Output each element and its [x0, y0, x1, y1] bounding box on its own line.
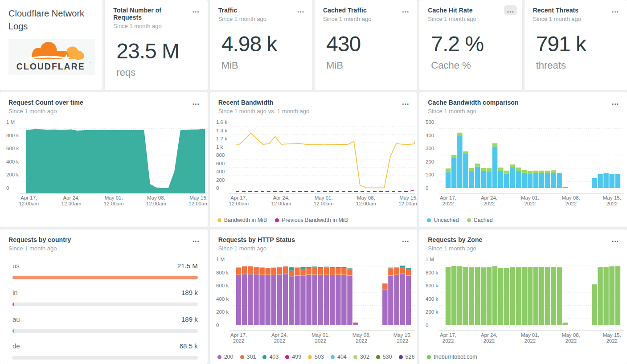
country-row[interactable]: au189 k [12, 315, 198, 333]
panel-menu-button[interactable]: … [189, 5, 202, 15]
svg-text:Apr 17,: Apr 17, [230, 332, 247, 338]
panel-title: Request Count over time [8, 99, 190, 106]
legend-dot-icon [217, 355, 221, 359]
legend-item[interactable]: Previous Bandwidth in MiB [275, 217, 348, 223]
panel-menu-button[interactable]: … [189, 235, 202, 245]
legend-item[interactable]: Bandwidth in MiB [217, 217, 267, 223]
country-code: au [12, 315, 20, 323]
svg-text:2022: 2022 [525, 338, 536, 344]
svg-text:May 15,: May 15, [603, 195, 621, 200]
panel-menu-button[interactable]: … [399, 235, 412, 245]
legend-item[interactable]: 301 [240, 354, 256, 360]
svg-text:May 15,: May 15, [399, 195, 417, 200]
legend-dot-icon [427, 218, 431, 222]
svg-text:100: 100 [426, 172, 434, 177]
svg-text:600 k: 600 k [426, 283, 438, 288]
svg-text:1 M: 1 M [216, 257, 225, 262]
svg-text:0: 0 [6, 185, 9, 191]
svg-text:Apr 17,: Apr 17, [440, 195, 456, 200]
panel-menu-button[interactable]: … [609, 235, 622, 245]
legend-item[interactable]: 503 [308, 354, 324, 360]
legend-item[interactable]: 403 [262, 354, 279, 360]
svg-text:2022: 2022 [484, 338, 495, 344]
legend-dot-icon [427, 355, 431, 359]
legend-dot-icon [331, 355, 335, 359]
panel-subtitle: Since 1 month ago [218, 245, 400, 252]
legend-item[interactable]: 530 [376, 354, 392, 360]
svg-text:1 M: 1 M [6, 119, 15, 125]
svg-text:May 08,: May 08, [352, 332, 370, 338]
cache-bandwidth-chart[interactable]: 5004003002001000Apr 17,2022Apr 24,2022Ma… [419, 118, 626, 209]
recent-bandwidth-chart[interactable]: 1.6 k1.4 k1.2 k1 k8006004002000Apr 17,12… [210, 118, 417, 209]
panel-subtitle: Since 1 month ago [533, 16, 609, 22]
svg-text:Apr 17,: Apr 17, [20, 195, 37, 200]
svg-text:12:00am: 12:00am [189, 201, 207, 206]
legend-label: 526 [406, 354, 415, 360]
legend-item[interactable]: 302 [353, 354, 369, 360]
legend-label: Uncached [434, 217, 459, 223]
legend-item[interactable]: 499 [285, 354, 301, 360]
panel-cache-hit-rate: Cache Hit Rate Since 1 month ago … 7.2 %… [419, 0, 522, 90]
country-bar-track [12, 276, 198, 279]
kpi-unit: MiB [326, 60, 413, 71]
dashboard: Cloudflare Network Logs CLOUDFLARE ' [0, 0, 627, 364]
svg-text:2022: 2022 [315, 338, 326, 344]
panel-requests-by-http-status: Requests by HTTP Status Since 1 month ag… [210, 229, 418, 364]
legend-dot-icon [262, 355, 266, 359]
country-value: 189 k [181, 289, 198, 296]
legend-item[interactable]: theburritobot.com [427, 354, 477, 360]
svg-text:400 k: 400 k [426, 296, 438, 302]
http-status-chart[interactable]: 1 M800 k600 k400 k200 k0Apr 17,2022Apr 2… [210, 255, 417, 346]
panel-menu-button[interactable]: … [399, 5, 412, 15]
panel-title: Total Number of Requests [113, 7, 189, 21]
svg-text:0: 0 [426, 323, 428, 328]
legend-item[interactable]: 404 [331, 354, 347, 360]
panel-menu-button[interactable]: … [189, 98, 202, 107]
svg-text:May 01,: May 01, [105, 195, 123, 200]
kpi-unit: threats [536, 60, 623, 71]
svg-text:May 15,: May 15, [189, 195, 207, 200]
panel-menu-button[interactable]: … [609, 98, 622, 107]
panel-requests-by-country: Requests by country Since 1 month ago … … [0, 229, 208, 364]
panel-title: Recent Bandwidth [218, 99, 400, 106]
svg-text:600 k: 600 k [6, 146, 19, 151]
legend-item[interactable]: Uncached [427, 217, 459, 223]
legend-item[interactable]: 200 [217, 354, 234, 360]
country-row[interactable]: de68.5 k [12, 342, 198, 360]
panel-recent-bandwidth: Recent Bandwidth Since 1 month ago vs. 1… [210, 92, 418, 227]
svg-text:800 k: 800 k [216, 270, 229, 275]
legend-label: 503 [315, 354, 324, 360]
panel-menu-button[interactable]: … [504, 5, 517, 15]
panel-menu-button[interactable]: … [399, 98, 412, 107]
svg-text:Apr 17,: Apr 17, [230, 195, 247, 200]
svg-text:2022: 2022 [525, 201, 536, 206]
country-bar [12, 303, 14, 306]
country-value: 21.5 M [177, 262, 198, 270]
svg-text:May 08,: May 08, [357, 195, 375, 200]
request-count-chart[interactable]: 1 M800 k600 k400 k200 k0Apr 17,12:00amAp… [0, 118, 207, 209]
legend-item[interactable]: Cached [467, 217, 493, 223]
country-row[interactable]: us21.5 M [12, 262, 198, 279]
legend-dot-icon [467, 218, 471, 222]
legend-dot-icon [275, 218, 279, 222]
panel-title: Traffic [218, 7, 295, 14]
svg-text:Apr 24,: Apr 24, [481, 195, 497, 200]
legend-item[interactable]: 526 [399, 354, 415, 360]
panel-menu-button[interactable]: … [294, 5, 307, 15]
legend-label: 404 [337, 354, 347, 360]
panel-menu-button[interactable]: … [609, 5, 622, 15]
panel-traffic: Traffic Since 1 month ago … 4.98 k MiB [210, 0, 312, 90]
panel-subtitle: Since 1 month ago [428, 245, 609, 252]
legend-label: 200 [224, 354, 234, 360]
svg-text:12:00am: 12:00am [19, 201, 39, 206]
svg-text:400: 400 [426, 133, 434, 138]
svg-text:12:00am: 12:00am [356, 201, 376, 206]
country-value: 189 k [181, 315, 198, 323]
svg-text:Apr 24,: Apr 24, [63, 195, 79, 200]
country-row[interactable]: in189 k [12, 289, 198, 306]
country-bar [12, 356, 13, 360]
svg-text:May 08,: May 08, [562, 195, 580, 200]
cloudflare-logo: CLOUDFLARE ' [8, 39, 95, 75]
zone-chart[interactable]: 1 M800 k600 k400 k200 k0Apr 17,2022Apr 2… [419, 255, 626, 346]
kpi-value: 791 k [536, 32, 623, 56]
